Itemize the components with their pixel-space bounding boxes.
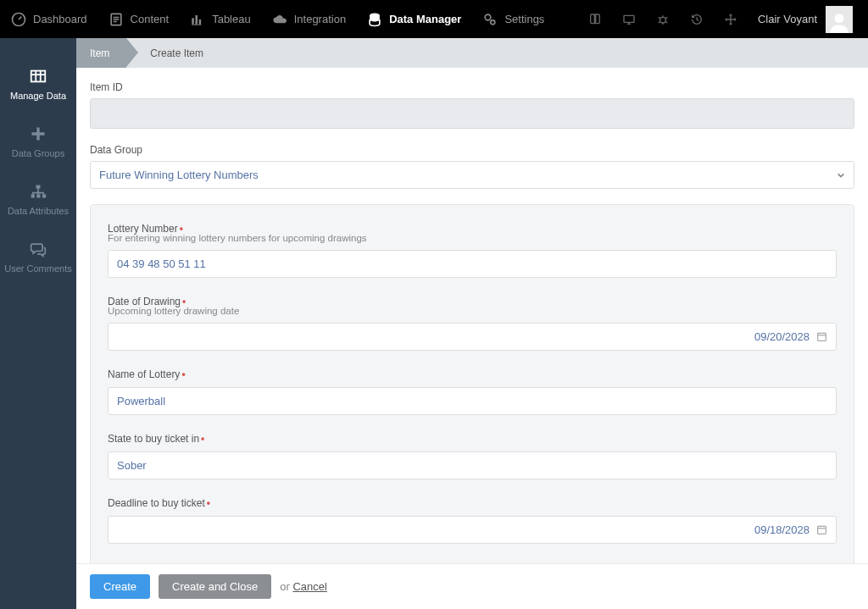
svg-point-7 <box>486 14 492 20</box>
breadcrumb: Item Create Item <box>76 38 868 68</box>
field-item-id: Item ID <box>90 81 854 129</box>
breadcrumb-current: Create Item <box>126 38 217 68</box>
nav-integration[interactable]: Integration <box>261 0 356 38</box>
tool-monitor[interactable] <box>612 0 646 38</box>
cloud-icon <box>271 11 288 28</box>
sidebar-item-label: Data Groups <box>12 148 64 158</box>
bug-icon <box>656 13 670 26</box>
database-icon <box>366 11 383 28</box>
or-label: or <box>280 580 290 593</box>
gears-icon <box>481 11 498 28</box>
svg-rect-13 <box>36 185 41 189</box>
create-and-close-button[interactable]: Create and Close <box>159 574 271 599</box>
date-drawing-input[interactable]: 09/20/2028 <box>108 323 837 351</box>
sidebar-item-manage-data[interactable]: Manage Data <box>0 55 76 113</box>
lottery-number-input[interactable]: 04 39 48 50 51 11 <box>108 250 837 278</box>
create-button[interactable]: Create <box>90 574 150 599</box>
state-label: State to buy ticket in• <box>108 433 204 445</box>
nav-content[interactable]: Content <box>97 0 180 38</box>
svg-point-10 <box>660 17 666 23</box>
nav-tableau[interactable]: Tableau <box>179 0 261 38</box>
lottery-name-label: Name of Lottery• <box>108 368 186 380</box>
nav-data-manager[interactable]: Data Manager <box>356 0 471 38</box>
cancel-group: or Cancel <box>280 580 327 593</box>
user-menu[interactable]: Clair Voyant <box>748 6 860 33</box>
field-data-group: Data Group Future Winning Lottery Number… <box>90 144 854 189</box>
data-group-select[interactable]: Future Winning Lottery Numbers <box>90 161 854 189</box>
svg-rect-18 <box>818 526 826 534</box>
bar-chart-icon <box>189 11 206 28</box>
tool-bug[interactable] <box>646 0 680 38</box>
deadline-input[interactable]: 09/18/2028 <box>108 516 837 544</box>
tool-book[interactable] <box>578 0 612 38</box>
svg-point-11 <box>835 14 844 23</box>
winnings-label: Amount of Winnings• <box>108 562 204 563</box>
tool-history[interactable] <box>680 0 714 38</box>
date-drawing-help: Upcoming lottery drawing date <box>108 306 837 316</box>
comments-icon <box>29 240 47 258</box>
deadline-value: 09/18/2028 <box>754 523 810 536</box>
avatar <box>826 6 853 33</box>
document-icon <box>108 11 125 28</box>
breadcrumb-current-label: Create Item <box>150 47 203 59</box>
field-lottery-number: Lottery Number• For entering winning lot… <box>108 222 837 278</box>
top-nav: Dashboard Content Tableau Integration Da… <box>0 0 868 38</box>
sitemap-icon <box>29 182 47 201</box>
history-icon <box>690 13 704 26</box>
calendar-icon <box>816 524 827 535</box>
svg-rect-9 <box>624 15 634 22</box>
nav-data-manager-label: Data Manager <box>389 13 461 25</box>
svg-rect-4 <box>199 19 202 25</box>
item-id-label: Item ID <box>90 81 854 93</box>
svg-rect-12 <box>31 71 46 82</box>
sidebar-item-data-attributes[interactable]: Data Attributes <box>0 170 76 228</box>
sidebar: Manage Data Data Groups Data Attributes … <box>0 38 76 609</box>
date-drawing-value: 09/20/2028 <box>754 330 810 343</box>
book-icon <box>588 13 602 26</box>
item-id-input <box>90 98 854 129</box>
sidebar-item-data-groups[interactable]: Data Groups <box>0 113 76 170</box>
svg-rect-3 <box>196 15 198 25</box>
plus-icon <box>29 125 47 143</box>
sidebar-item-label: Data Attributes <box>8 206 69 216</box>
sidebar-item-label: User Comments <box>4 263 71 274</box>
nav-settings[interactable]: Settings <box>471 0 554 38</box>
form-area: Item ID Data Group Future Winning Lotter… <box>76 68 868 563</box>
svg-rect-5 <box>192 24 201 25</box>
attributes-panel[interactable]: Lottery Number• For entering winning lot… <box>90 204 854 563</box>
field-state: State to buy ticket in• Sober <box>108 432 837 479</box>
content-area: Item Create Item Item ID Data Group Futu… <box>76 38 868 609</box>
calendar-icon <box>816 331 827 342</box>
cancel-link[interactable]: Cancel <box>292 580 326 593</box>
svg-rect-2 <box>192 18 194 25</box>
nav-dashboard-label: Dashboard <box>33 13 87 25</box>
lottery-number-help: For entering winning lottery numbers for… <box>108 233 837 243</box>
svg-rect-17 <box>818 333 826 340</box>
nav-dashboard[interactable]: Dashboard <box>0 0 97 38</box>
breadcrumb-root-label: Item <box>90 47 109 59</box>
nav-tableau-label: Tableau <box>212 13 251 25</box>
nav-integration-label: Integration <box>294 13 346 25</box>
form-footer: Create Create and Close or Cancel <box>76 563 868 609</box>
data-group-value: Future Winning Lottery Numbers <box>99 169 259 181</box>
svg-rect-16 <box>42 195 46 198</box>
svg-point-8 <box>491 19 495 24</box>
state-input[interactable]: Sober <box>108 451 837 479</box>
deadline-label: Deadline to buy ticket• <box>108 497 210 509</box>
svg-rect-14 <box>31 195 35 198</box>
user-name-label: Clair Voyant <box>758 13 817 25</box>
field-lottery-name: Name of Lottery• Powerball <box>108 368 837 415</box>
sidebar-item-user-comments[interactable]: User Comments <box>0 228 76 285</box>
field-date-drawing: Date of Drawing• Upcoming lottery drawin… <box>108 295 837 351</box>
data-group-label: Data Group <box>90 144 854 156</box>
tool-move[interactable] <box>714 0 748 38</box>
chevron-down-icon <box>837 171 845 180</box>
lottery-name-input[interactable]: Powerball <box>108 387 837 415</box>
table-icon <box>29 67 47 86</box>
nav-content-label: Content <box>131 13 170 25</box>
sidebar-item-label: Manage Data <box>10 91 66 101</box>
breadcrumb-root[interactable]: Item <box>76 38 126 68</box>
field-winnings: Amount of Winnings• 4000000 ▲ ▼ <box>108 561 837 563</box>
gauge-icon <box>10 11 27 28</box>
svg-rect-15 <box>36 195 40 198</box>
